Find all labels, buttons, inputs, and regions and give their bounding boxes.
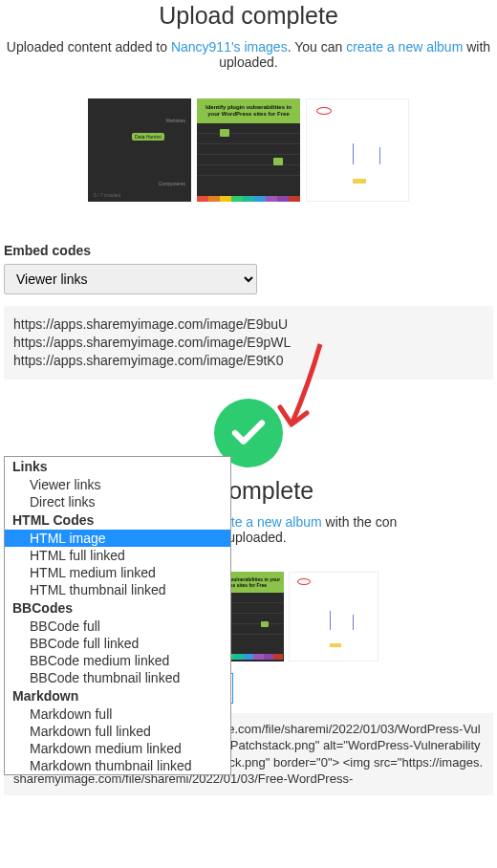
create-album-link[interactable]: create a new album <box>346 39 463 54</box>
thumbnail-2[interactable]: Identify plugin vulnerabilities in your … <box>197 98 300 202</box>
thumbnail-3b[interactable] <box>289 572 378 662</box>
dd-item-markdown-full[interactable]: Markdown full <box>5 705 230 723</box>
dd-item-direct-links[interactable]: Direct links <box>5 493 230 510</box>
subtitle2-line2: uploaded. <box>227 530 287 545</box>
upload-subtitle: Uploaded content added to Nancy911's ima… <box>0 39 497 70</box>
thumb1-components: Components <box>159 181 185 186</box>
embed-link-3: https://apps.sharemyimage.com/image/E9tK… <box>13 352 484 370</box>
thumb1-tag: Data Humint <box>132 133 164 141</box>
thumb2-banner: Identify plugin vulnerabilities in your … <box>197 98 300 123</box>
dd-item-html-image[interactable]: HTML image <box>5 530 230 547</box>
dd-item-bbcode-medium-linked[interactable]: BBCode medium linked <box>5 652 230 669</box>
dd-item-bbcode-full[interactable]: BBCode full <box>5 618 230 635</box>
dd-item-markdown-medium-linked[interactable]: Markdown medium linked <box>5 740 230 757</box>
dd-item-bbcode-thumbnail-linked[interactable]: BBCode thumbnail linked <box>5 669 230 686</box>
thumbnail-row: Websites Data Humint Components 5 / 7 cr… <box>0 98 497 202</box>
dd-item-html-thumbnail-linked[interactable]: HTML thumbnail linked <box>5 581 230 598</box>
thumbnail-3[interactable] <box>306 98 409 202</box>
thumb1-label: Websites <box>166 118 185 123</box>
dd-group-bbcodes: BBCodes <box>5 598 230 618</box>
dd-item-viewer-links[interactable]: Viewer links <box>5 476 230 493</box>
embed-type-select[interactable]: Viewer links <box>4 264 257 294</box>
embed-codes-label: Embed codes <box>4 243 493 258</box>
dd-group-html: HTML Codes <box>5 510 230 530</box>
subtitle-line2: uploaded. <box>219 54 278 70</box>
dd-item-html-full-linked[interactable]: HTML full linked <box>5 547 230 564</box>
subtitle2-post: with the con <box>322 514 398 530</box>
dd-item-bbcode-full-linked[interactable]: BBCode full linked <box>5 635 230 652</box>
thumbnail-1[interactable]: Websites Data Humint Components 5 / 7 cr… <box>88 98 191 202</box>
thumb3-highlight <box>316 107 332 115</box>
thumb1-footer: 5 / 7 crawled <box>94 192 120 198</box>
embed-type-dropdown-list[interactable]: Links Viewer links Direct links HTML Cod… <box>4 456 231 775</box>
embed-link-2: https://apps.sharemyimage.com/image/E9pW… <box>13 334 484 352</box>
embed-code-box[interactable]: https://apps.sharemyimage.com/image/E9bu… <box>4 306 493 380</box>
thumb3b-highlight <box>297 578 311 585</box>
dd-group-markdown: Markdown <box>5 686 230 705</box>
dd-group-links: Links <box>5 457 230 476</box>
dd-item-html-medium-linked[interactable]: HTML medium linked <box>5 564 230 581</box>
subtitle-post: with <box>463 39 490 54</box>
page-title: Upload complete <box>0 2 497 30</box>
dd-item-markdown-thumbnail-linked[interactable]: Markdown thumbnail linked <box>5 757 230 774</box>
embed-link-1: https://apps.sharemyimage.com/image/E9bu… <box>13 315 484 334</box>
subtitle-pre: Uploaded content added to <box>7 39 171 54</box>
user-images-link[interactable]: Nancy911's images <box>171 39 288 54</box>
dd-item-markdown-full-linked[interactable]: Markdown full linked <box>5 723 230 740</box>
subtitle-mid: . You can <box>288 39 347 54</box>
